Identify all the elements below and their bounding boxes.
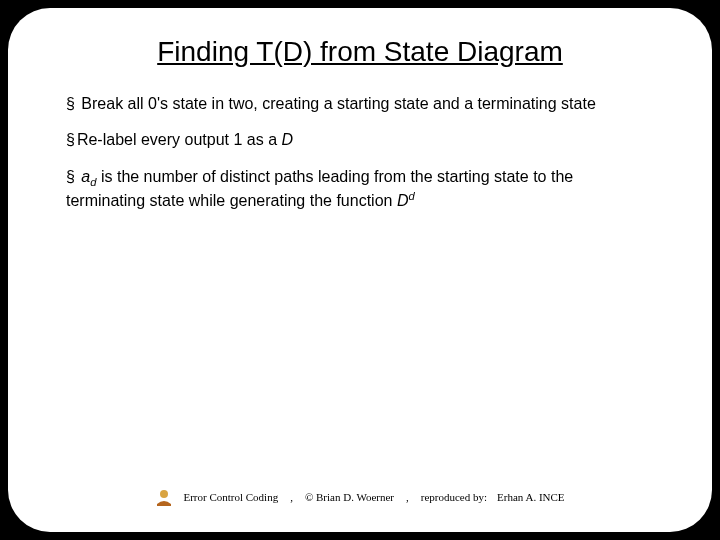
- svg-point-0: [160, 490, 168, 498]
- bullet-1-text: Break all 0's state in two, creating a s…: [81, 95, 595, 112]
- bullet-marker: §: [66, 168, 79, 185]
- bullet-3-var-D: D: [397, 193, 409, 210]
- bullet-2-var-D: D: [281, 131, 293, 148]
- footer-author: © Brian D. Woerner: [305, 491, 394, 503]
- footer-logo-icon: [155, 488, 173, 506]
- slide-footer: Error Control Coding , © Brian D. Woerne…: [8, 488, 712, 506]
- footer-sep: ,: [290, 491, 293, 503]
- slide-title: Finding T(D) from State Diagram: [48, 36, 672, 68]
- bullet-3-text: is the number of distinct paths leading …: [66, 168, 573, 210]
- bullet-3: § ad is the number of distinct paths lea…: [66, 167, 654, 212]
- footer-repro-label: reproduced by:: [421, 491, 487, 503]
- footer-course: Error Control Coding: [183, 491, 278, 503]
- bullet-2: §Re-label every output 1 as a D: [66, 130, 654, 150]
- slide-content: § Break all 0's state in two, creating a…: [48, 94, 672, 212]
- bullet-marker: §: [66, 95, 79, 112]
- bullet-marker: §: [66, 131, 75, 148]
- bullet-1: § Break all 0's state in two, creating a…: [66, 94, 654, 114]
- footer-sep: ,: [406, 491, 409, 503]
- slide-frame: Finding T(D) from State Diagram § Break …: [8, 8, 712, 532]
- bullet-3-sup-d: d: [408, 190, 414, 202]
- footer-repro-name: Erhan A. INCE: [497, 491, 565, 503]
- bullet-2-text: Re-label every output 1 as a: [77, 131, 282, 148]
- bullet-3-var-a: a: [81, 168, 90, 185]
